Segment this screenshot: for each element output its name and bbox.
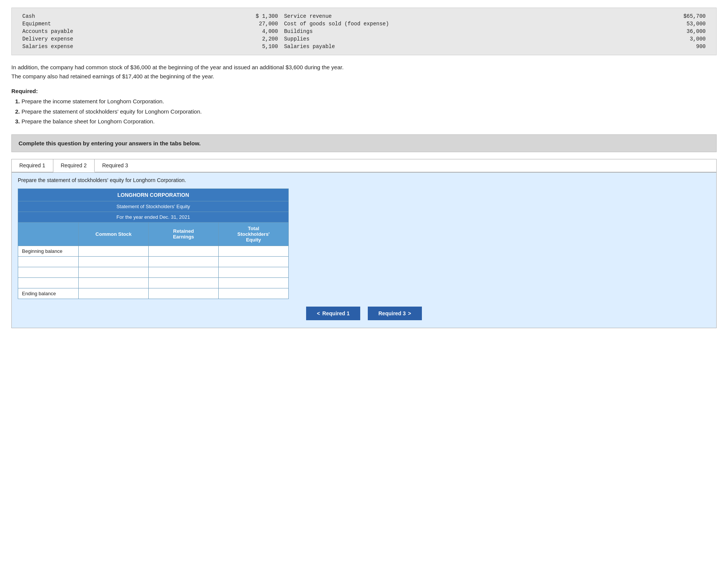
col-header-description — [18, 222, 79, 246]
row-label: Ending balance — [18, 288, 79, 299]
statement-wrapper: LONGHORN CORPORATION Statement of Stockh… — [18, 188, 710, 299]
common-stock-input-cell[interactable] — [79, 288, 149, 299]
right-value: 900 — [622, 43, 709, 50]
left-label: Delivery expense — [19, 35, 194, 43]
common-stock-input-cell[interactable] — [79, 256, 149, 267]
question-box-text: Complete this question by entering your … — [19, 140, 201, 146]
table-row: Equipment 27,000 Cost of goods sold (foo… — [19, 20, 709, 28]
right-value: 53,000 — [622, 20, 709, 28]
right-label: Cost of goods sold (food expense) — [281, 20, 622, 28]
tab-req3[interactable]: Required 3 — [95, 159, 136, 172]
company-name: LONGHORN CORPORATION — [18, 188, 289, 201]
table-row: Cash $ 1,300 Service revenue $65,700 — [19, 12, 709, 20]
total-equity-input[interactable] — [219, 246, 288, 256]
forward-label: Required 3 — [378, 310, 406, 316]
common-stock-input-cell[interactable] — [79, 246, 149, 256]
retained-earnings-input[interactable] — [149, 246, 218, 256]
left-value: 27,000 — [194, 20, 281, 28]
common-stock-input[interactable] — [79, 278, 148, 288]
retained-earnings-input[interactable] — [149, 288, 218, 299]
tab-content-required2: Prepare the statement of stockholders' e… — [11, 173, 717, 328]
retained-earnings-input-cell[interactable] — [149, 288, 219, 299]
left-label: Equipment — [19, 20, 194, 28]
stockholders-equity-table: LONGHORN CORPORATION Statement of Stockh… — [18, 188, 289, 299]
required-title: Required: — [11, 88, 717, 94]
retained-earnings-input[interactable] — [149, 257, 218, 267]
total-equity-input-cell[interactable] — [219, 246, 289, 256]
forward-button[interactable]: Required 3 > — [368, 307, 422, 320]
left-value: 5,100 — [194, 43, 281, 50]
table-row: Accounts payable 4,000 Buildings 36,000 — [19, 28, 709, 35]
right-label: Service revenue — [281, 12, 622, 20]
common-stock-input-cell[interactable] — [79, 277, 149, 288]
list-item: 3. Prepare the balance sheet for Longhor… — [15, 117, 717, 126]
common-stock-input[interactable] — [79, 288, 148, 299]
left-value: 2,200 — [194, 35, 281, 43]
total-equity-input-cell[interactable] — [219, 277, 289, 288]
common-stock-input[interactable] — [79, 246, 148, 256]
intro-line2: The company also had retained earnings o… — [11, 72, 717, 81]
retained-earnings-input[interactable] — [149, 267, 218, 277]
common-stock-input[interactable] — [79, 257, 148, 267]
statement-title: Statement of Stockholders' Equity — [18, 201, 289, 212]
table-row: Delivery expense 2,200 Supplies 3,000 — [19, 35, 709, 43]
right-value: 3,000 — [622, 35, 709, 43]
retained-earnings-input-cell[interactable] — [149, 277, 219, 288]
retained-earnings-input-cell[interactable] — [149, 246, 219, 256]
total-equity-input[interactable] — [219, 267, 288, 277]
row-label — [18, 256, 79, 267]
list-item: 2. Prepare the statement of stockholders… — [15, 107, 717, 116]
common-stock-input[interactable] — [79, 267, 148, 277]
tabs-row: Required 1Required 2Required 3 — [12, 159, 716, 172]
total-equity-input-cell[interactable] — [219, 256, 289, 267]
row-label — [18, 267, 79, 277]
right-label: Buildings — [281, 28, 622, 35]
retained-earnings-input-cell[interactable] — [149, 267, 219, 277]
required-section: Required: 1. Prepare the income statemen… — [11, 88, 717, 126]
right-label: Salaries payable — [281, 43, 622, 50]
tab-req1[interactable]: Required 1 — [12, 159, 53, 172]
back-button[interactable]: < Required 1 — [306, 307, 360, 320]
back-label: Required 1 — [322, 310, 350, 316]
total-equity-input[interactable] — [219, 278, 288, 288]
row-label — [18, 277, 79, 288]
intro-line1: In addition, the company had common stoc… — [11, 63, 717, 72]
table-row: Ending balance — [18, 288, 289, 299]
question-box: Complete this question by entering your … — [11, 134, 717, 152]
total-equity-input[interactable] — [219, 257, 288, 267]
right-label: Supplies — [281, 35, 622, 43]
table-row — [18, 267, 289, 277]
table-row: Beginning balance — [18, 246, 289, 256]
left-value: 4,000 — [194, 28, 281, 35]
col-header-common-stock: Common Stock — [79, 222, 149, 246]
col-header-retained-earnings: RetainedEarnings — [149, 222, 219, 246]
table-row — [18, 256, 289, 267]
intro-paragraph: In addition, the company had common stoc… — [11, 63, 717, 81]
retained-earnings-input[interactable] — [149, 278, 218, 288]
navigation-buttons: < Required 1 Required 3 > — [18, 307, 710, 320]
statement-period: For the year ended Dec. 31, 2021 — [18, 212, 289, 222]
list-item: 1. Prepare the income statement for Long… — [15, 97, 717, 106]
left-label: Accounts payable — [19, 28, 194, 35]
common-stock-input-cell[interactable] — [79, 267, 149, 277]
top-data-table: Cash $ 1,300 Service revenue $65,700 Equ… — [11, 8, 717, 55]
tab-description: Prepare the statement of stockholders' e… — [18, 177, 710, 183]
right-value: $65,700 — [622, 12, 709, 20]
col-header-total-equity: TotalStockholders'Equity — [219, 222, 289, 246]
total-equity-input[interactable] — [219, 288, 288, 299]
forward-icon: > — [408, 310, 411, 316]
right-value: 36,000 — [622, 28, 709, 35]
left-label: Cash — [19, 12, 194, 20]
total-equity-input-cell[interactable] — [219, 288, 289, 299]
left-value: $ 1,300 — [194, 12, 281, 20]
table-row — [18, 277, 289, 288]
row-label: Beginning balance — [18, 246, 79, 256]
total-equity-input-cell[interactable] — [219, 267, 289, 277]
left-label: Salaries expense — [19, 43, 194, 50]
retained-earnings-input-cell[interactable] — [149, 256, 219, 267]
table-row: Salaries expense 5,100 Salaries payable … — [19, 43, 709, 50]
tab-req2[interactable]: Required 2 — [53, 159, 95, 172]
back-icon: < — [317, 310, 320, 316]
tabs-container: Required 1Required 2Required 3 — [11, 159, 717, 173]
